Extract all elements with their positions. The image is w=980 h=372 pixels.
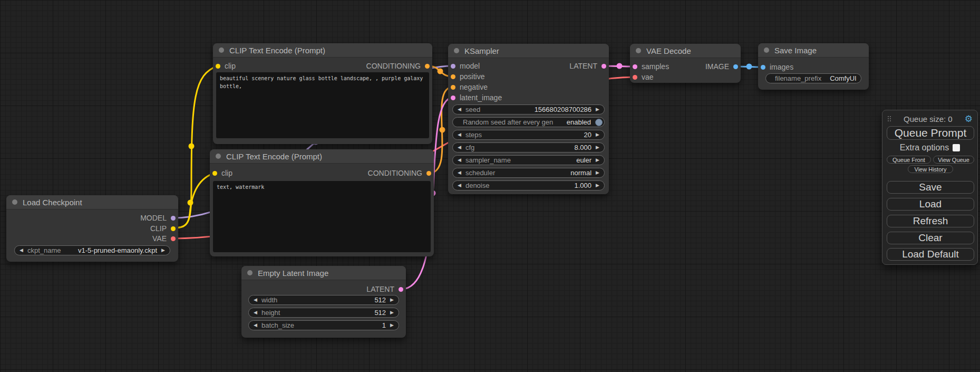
decrement-arrow-icon[interactable]: ◀	[254, 298, 257, 302]
denoise-widget[interactable]: ◀ denoise 1.000 ▶	[452, 180, 605, 190]
gear-icon[interactable]: ⚙	[965, 115, 973, 123]
port-label: CONDITIONING	[368, 169, 422, 177]
node-ksampler[interactable]: KSampler model LATENT positive negative …	[448, 44, 609, 194]
load-button[interactable]: Load	[887, 198, 974, 211]
node-vae-decode[interactable]: VAE Decode samples IMAGE vae	[630, 44, 741, 83]
view-queue-button[interactable]: View Queue	[933, 156, 974, 164]
node-clip-text-encode-negative[interactable]: CLIP Text Encode (Prompt) clip CONDITION…	[210, 149, 434, 256]
increment-arrow-icon[interactable]: ▶	[596, 132, 599, 137]
increment-arrow-icon[interactable]: ▶	[390, 310, 394, 315]
width-widget[interactable]: ◀ width 512 ▶	[248, 295, 399, 305]
node-save-image[interactable]: Save Image images filename_prefix ComfyU…	[758, 43, 869, 90]
decrement-arrow-icon[interactable]: ◀	[458, 158, 461, 163]
port-label: MODEL	[140, 214, 167, 222]
queue-front-button[interactable]: Queue Front	[887, 156, 931, 164]
widget-value: 1.000	[575, 182, 592, 189]
drag-handle-icon[interactable]	[887, 116, 891, 122]
conditioning-output-dot[interactable]	[426, 171, 431, 176]
random-seed-toggle-widget[interactable]: Random seed after every gen enabled	[452, 117, 605, 127]
collapse-dot-icon[interactable]	[247, 270, 253, 275]
widget-label: filename_prefix	[775, 74, 821, 82]
load-default-button[interactable]: Load Default	[887, 248, 974, 261]
extra-options-label: Extra options	[900, 143, 949, 152]
steps-widget[interactable]: ◀ steps 20 ▶	[452, 130, 605, 140]
collapse-dot-icon[interactable]	[12, 199, 17, 205]
node-header[interactable]: Empty Latent Image	[241, 266, 406, 280]
decrement-arrow-icon[interactable]: ◀	[458, 183, 461, 188]
toggle-icon[interactable]	[595, 119, 603, 126]
height-widget[interactable]: ◀ height 512 ▶	[248, 308, 399, 318]
node-clip-text-encode-positive[interactable]: CLIP Text Encode (Prompt) clip CONDITION…	[213, 43, 432, 144]
image-output-dot[interactable]	[733, 64, 738, 69]
ckpt-name-widget[interactable]: ◀ ckpt_name v1-5-pruned-emaonly.ckpt ▶	[14, 245, 170, 255]
latent-output-dot[interactable]	[399, 287, 403, 292]
refresh-button[interactable]: Refresh	[887, 215, 974, 227]
output-port-conditioning: CONDITIONING	[368, 169, 431, 177]
decrement-arrow-icon[interactable]: ◀	[458, 132, 461, 137]
clip-input-dot[interactable]	[216, 64, 220, 69]
increment-arrow-icon[interactable]: ▶	[596, 145, 599, 150]
decrement-arrow-icon[interactable]: ◀	[254, 323, 257, 328]
view-history-button[interactable]: View History	[908, 165, 953, 173]
increment-arrow-icon[interactable]: ▶	[596, 183, 599, 188]
collapse-dot-icon[interactable]	[216, 154, 221, 159]
clear-button[interactable]: Clear	[887, 232, 974, 244]
collapse-dot-icon[interactable]	[219, 47, 224, 53]
increment-arrow-icon[interactable]: ▶	[161, 248, 165, 253]
model-input-dot[interactable]	[451, 64, 455, 69]
sampler-name-widget[interactable]: ◀ sampler_name euler ▶	[452, 155, 605, 165]
batch-size-widget[interactable]: ◀ batch_size 1 ▶	[248, 320, 399, 330]
clip-input-dot[interactable]	[212, 171, 217, 176]
model-output-dot[interactable]	[171, 216, 176, 221]
output-port-latent: LATENT	[569, 62, 606, 70]
node-load-checkpoint[interactable]: Load Checkpoint MODEL CLIP VAE ◀ ckpt_na…	[6, 195, 178, 262]
node-header[interactable]: CLIP Text Encode (Prompt)	[210, 149, 434, 164]
filename-prefix-widget[interactable]: filename_prefix ComfyUI	[765, 73, 861, 83]
extra-options-checkbox[interactable]	[953, 144, 960, 151]
collapse-dot-icon[interactable]	[764, 47, 769, 53]
decrement-arrow-icon[interactable]: ◀	[20, 248, 23, 253]
port-label: clip	[225, 62, 236, 70]
negative-input-dot[interactable]	[451, 85, 455, 90]
vae-input-dot[interactable]	[633, 75, 637, 80]
clip-output-dot[interactable]	[171, 226, 176, 231]
node-header[interactable]: KSampler	[448, 44, 609, 58]
decrement-arrow-icon[interactable]: ◀	[458, 170, 461, 175]
port-label: CLIP	[150, 224, 167, 233]
decrement-arrow-icon[interactable]: ◀	[458, 107, 461, 112]
latent-output-dot[interactable]	[601, 64, 606, 69]
increment-arrow-icon[interactable]: ▶	[596, 158, 599, 163]
widget-value: ComfyUI	[830, 74, 857, 82]
node-header[interactable]: Save Image	[758, 43, 869, 58]
port-label: images	[770, 63, 793, 71]
prompt-textarea[interactable]: text, watermark	[213, 181, 431, 252]
conditioning-output-dot[interactable]	[425, 64, 430, 69]
node-header[interactable]: CLIP Text Encode (Prompt)	[213, 43, 432, 58]
node-header[interactable]: Load Checkpoint	[6, 195, 178, 209]
widget-label: cfg	[465, 144, 570, 151]
wire-mid-dot	[189, 144, 195, 149]
node-header[interactable]: VAE Decode	[630, 44, 741, 58]
decrement-arrow-icon[interactable]: ◀	[458, 145, 461, 150]
node-graph-canvas[interactable]: CLIP Text Encode (Prompt) clip CONDITION…	[0, 0, 980, 372]
save-button[interactable]: Save	[887, 181, 974, 194]
samples-input-dot[interactable]	[633, 64, 637, 69]
widget-value: 20	[584, 131, 591, 139]
increment-arrow-icon[interactable]: ▶	[596, 170, 599, 175]
scheduler-widget[interactable]: ◀ scheduler normal ▶	[452, 168, 605, 178]
latent-image-input-dot[interactable]	[451, 96, 455, 100]
cfg-widget[interactable]: ◀ cfg 8.000 ▶	[452, 142, 605, 152]
vae-output-dot[interactable]	[171, 236, 176, 241]
seed-widget[interactable]: ◀ seed 156680208700286 ▶	[452, 104, 605, 115]
prompt-textarea[interactable]: beautiful scenery nature glass bottle la…	[216, 72, 429, 138]
increment-arrow-icon[interactable]: ▶	[390, 298, 394, 302]
decrement-arrow-icon[interactable]: ◀	[254, 310, 257, 315]
increment-arrow-icon[interactable]: ▶	[390, 323, 394, 328]
collapse-dot-icon[interactable]	[454, 48, 459, 53]
increment-arrow-icon[interactable]: ▶	[596, 107, 599, 112]
images-input-dot[interactable]	[761, 65, 765, 70]
queue-prompt-button[interactable]: Queue Prompt	[887, 126, 974, 140]
positive-input-dot[interactable]	[451, 74, 455, 79]
node-empty-latent-image[interactable]: Empty Latent Image LATENT ◀ width 512 ▶ …	[241, 266, 406, 338]
collapse-dot-icon[interactable]	[636, 48, 641, 53]
